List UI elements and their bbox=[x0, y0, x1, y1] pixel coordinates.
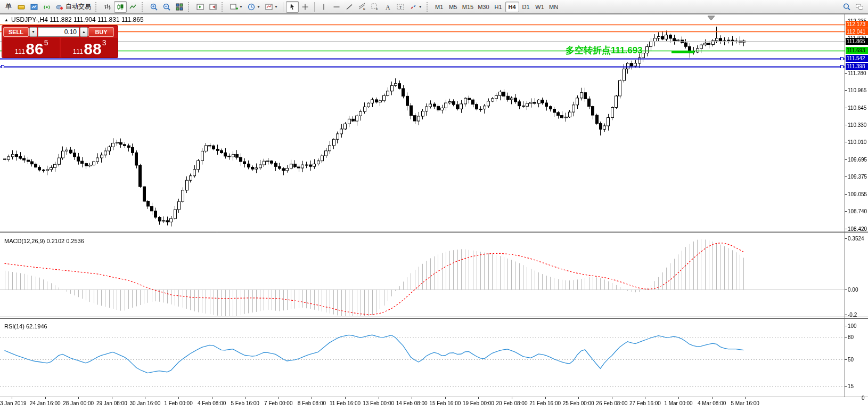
cursor-button[interactable] bbox=[286, 1, 299, 13]
price-badge: 111.542 bbox=[846, 55, 868, 62]
price-chart-canvas[interactable] bbox=[0, 0, 868, 410]
sell-price-big: 86 bbox=[26, 42, 43, 57]
vertical-line-icon bbox=[320, 3, 328, 11]
price-badge: 111.865 bbox=[846, 38, 868, 45]
zoom-in-button[interactable] bbox=[148, 1, 160, 13]
timeframe-h4-button[interactable]: H4 bbox=[505, 2, 519, 12]
time-axis-label: 26 Feb 08:00 bbox=[596, 400, 627, 406]
label-button[interactable]: T bbox=[394, 1, 407, 13]
auto-scroll-button[interactable] bbox=[194, 1, 207, 13]
new-chart-button[interactable]: ▼ bbox=[227, 1, 245, 13]
timeframe-w1-button[interactable]: W1 bbox=[533, 2, 547, 12]
trendline-button[interactable] bbox=[343, 1, 356, 13]
trendline-icon bbox=[345, 3, 354, 11]
line-chart-icon bbox=[129, 3, 137, 11]
timeframe-d1-button[interactable]: D1 bbox=[519, 2, 533, 12]
price-badge: 112.173 bbox=[846, 21, 868, 28]
signals-icon bbox=[43, 3, 51, 11]
price-axis-tick: 109.695 bbox=[848, 157, 867, 163]
search-button[interactable] bbox=[840, 1, 853, 13]
market-watch-button[interactable] bbox=[15, 1, 28, 13]
sell-price-pip: 5 bbox=[44, 39, 48, 46]
lot-increase-button[interactable]: ▲ bbox=[80, 27, 88, 37]
svg-text:F: F bbox=[376, 7, 378, 11]
time-axis-label: 24 Jan 16:00 bbox=[30, 400, 61, 406]
search-icon bbox=[842, 3, 851, 11]
time-axis-label: 20 Feb 08:00 bbox=[496, 400, 528, 406]
pivot-annotation[interactable]: 多空转折点111.693 bbox=[566, 44, 643, 57]
line-chart-button[interactable] bbox=[127, 1, 140, 13]
templates-button[interactable]: ▼ bbox=[263, 1, 280, 13]
new-order-button[interactable]: 单 bbox=[2, 1, 15, 13]
crosshair-button[interactable] bbox=[299, 1, 312, 13]
hline-support-1[interactable] bbox=[0, 58, 845, 60]
svg-text:E: E bbox=[363, 7, 365, 11]
toolbar-separator bbox=[314, 2, 315, 12]
collapse-panel-icon[interactable]: ▲ bbox=[4, 18, 9, 22]
chart-shift-button[interactable] bbox=[207, 1, 219, 13]
candlestick-button[interactable] bbox=[114, 1, 127, 13]
autotrade-icon bbox=[55, 3, 64, 11]
svg-text:T: T bbox=[399, 4, 402, 10]
timeframe-h1-button[interactable]: H1 bbox=[492, 2, 505, 12]
price-axis-tick: 110.645 bbox=[848, 105, 866, 111]
macd-indicator-label: MACD(12,26,9) 0.2102 0.2536 bbox=[4, 238, 84, 244]
chart-window-button[interactable] bbox=[28, 1, 40, 13]
channels-icon: F bbox=[371, 3, 379, 11]
rsi-axis-tick: 100 bbox=[848, 323, 857, 329]
price-badge: 112.041 bbox=[846, 28, 868, 35]
candlestick-icon bbox=[116, 3, 125, 11]
price-axis-tick: 111.280 bbox=[848, 70, 866, 76]
horizontal-line-button[interactable] bbox=[330, 1, 343, 13]
buy-price-pip: 3 bbox=[102, 39, 107, 46]
arrows-button[interactable]: ▼ bbox=[407, 1, 424, 13]
zoom-out-button[interactable] bbox=[160, 1, 173, 13]
text-icon: A bbox=[383, 3, 392, 11]
chat-icon bbox=[855, 3, 864, 11]
timeframe-m1-button[interactable]: M1 bbox=[432, 2, 446, 12]
chat-button[interactable] bbox=[853, 1, 866, 13]
time-axis-label: 8 Feb 08:00 bbox=[298, 400, 326, 406]
bar-chart-button[interactable] bbox=[101, 1, 114, 13]
autotrade-button[interactable]: 自动交易 bbox=[53, 1, 93, 13]
vertical-line-button[interactable] bbox=[317, 1, 330, 13]
price-axis-tick: 108.740 bbox=[848, 208, 867, 214]
hline-pivot-line[interactable] bbox=[0, 50, 845, 52]
timeframe-m30-button[interactable]: M30 bbox=[476, 2, 491, 12]
sell-button[interactable]: SELL bbox=[3, 27, 29, 37]
time-axis-label: 21 Feb 16:00 bbox=[529, 400, 561, 406]
timeframe-m15-button[interactable]: M15 bbox=[460, 2, 476, 12]
text-button[interactable]: A bbox=[381, 1, 394, 13]
time-axis-label: 23 Jan 2019 bbox=[0, 400, 27, 406]
time-axis-label: 15 Feb 16:00 bbox=[429, 400, 461, 406]
horizontal-line-icon bbox=[332, 3, 341, 11]
buy-price[interactable]: 111 88 3 bbox=[61, 38, 118, 58]
lot-size-input[interactable] bbox=[38, 27, 79, 37]
timeframe-mn-button[interactable]: MN bbox=[547, 2, 561, 12]
timeframe-m5-button[interactable]: M5 bbox=[446, 2, 460, 12]
hline-bid-line[interactable] bbox=[0, 40, 845, 42]
channels-button[interactable]: F bbox=[369, 1, 381, 13]
periods-button[interactable]: ▼ bbox=[245, 1, 263, 13]
symbol-ohlc-title: USDJPY-,H4 111.882 111.904 111.831 111.8… bbox=[11, 16, 144, 23]
signals-button[interactable] bbox=[40, 1, 53, 13]
mt4-terminal: { "toolbar": { "buttons": { "new_order":… bbox=[0, 0, 868, 410]
bar-chart-icon bbox=[103, 3, 112, 11]
hline-support-2[interactable] bbox=[0, 66, 845, 68]
tile-windows-button[interactable] bbox=[173, 1, 186, 13]
time-axis-label: 28 Jan 00:00 bbox=[63, 400, 94, 406]
buy-button[interactable]: BUY bbox=[88, 27, 114, 37]
hline-resistance-2[interactable] bbox=[0, 30, 845, 33]
time-axis-label: 4 Mar 08:00 bbox=[698, 400, 726, 406]
hline-resistance-1[interactable] bbox=[0, 23, 845, 26]
svg-text:A: A bbox=[386, 3, 390, 11]
toolbar-grip bbox=[222, 2, 225, 12]
price-badge: 111.693 bbox=[846, 47, 868, 54]
price-badge: 111.398 bbox=[846, 63, 868, 70]
lot-decrease-button[interactable]: ▼ bbox=[29, 27, 37, 37]
fibonacci-button[interactable]: E bbox=[356, 1, 369, 13]
time-axis-label: 7 Feb 00:00 bbox=[264, 400, 292, 406]
sell-price[interactable]: 111 86 5 bbox=[3, 38, 60, 58]
time-axis-label: 14 Feb 08:00 bbox=[396, 400, 428, 406]
rsi-axis-tick: 50 bbox=[848, 357, 854, 363]
